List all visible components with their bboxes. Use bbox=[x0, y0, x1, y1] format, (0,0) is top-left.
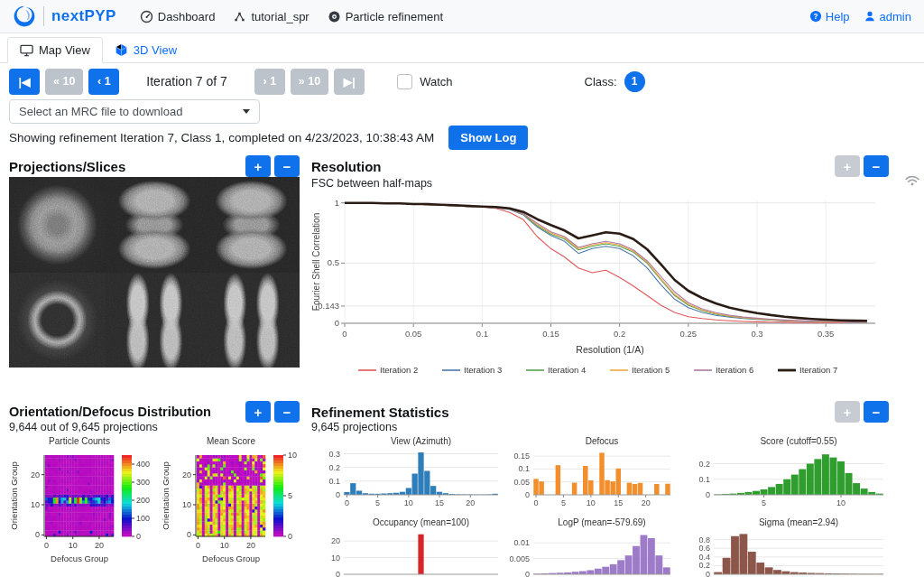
projections-zoom-out-button[interactable]: − bbox=[274, 155, 300, 177]
projections-image bbox=[9, 177, 300, 368]
svg-text:Iteration 4: Iteration 4 bbox=[548, 365, 586, 375]
svg-text:Iteration 3: Iteration 3 bbox=[464, 365, 502, 375]
slice-side-view-1 bbox=[106, 273, 202, 368]
statistics-title: Refinement Statistics bbox=[311, 405, 449, 420]
svg-text:0.25: 0.25 bbox=[680, 329, 698, 339]
statistics-zoom-in-button[interactable]: + bbox=[835, 401, 860, 423]
svg-text:1: 1 bbox=[335, 198, 339, 208]
svg-text:20: 20 bbox=[246, 541, 255, 550]
svg-text:0: 0 bbox=[336, 490, 340, 499]
last-iteration-button[interactable]: ▶| bbox=[334, 69, 365, 95]
svg-text:0: 0 bbox=[335, 318, 339, 328]
logp-histogram: LogP (mean=-579.69)00.0050.01 bbox=[501, 517, 678, 577]
svg-text:20: 20 bbox=[331, 536, 340, 545]
help-link[interactable]: ? Help bbox=[809, 10, 850, 23]
nextpyp-logo-icon bbox=[13, 5, 36, 28]
orientation-zoom-out-button[interactable]: − bbox=[274, 401, 300, 423]
resolution-zoom-in-button[interactable]: + bbox=[835, 155, 860, 177]
mrc-select[interactable]: Select an MRC file to download bbox=[9, 99, 260, 124]
statistics-panel-header: Refinement Statistics + − bbox=[311, 401, 889, 423]
statistics-zoom-out-button[interactable]: − bbox=[864, 401, 889, 423]
fsc-chart: 00.050.10.150.20.250.30.3500.1430.51Four… bbox=[311, 190, 889, 386]
first-iteration-button[interactable]: |◀ bbox=[9, 69, 40, 95]
svg-text:?: ? bbox=[813, 12, 818, 21]
view-azimuth-histogram: View (Azimuth)00.10.20.305101520 bbox=[311, 435, 505, 511]
svg-text:0.15: 0.15 bbox=[513, 451, 530, 461]
svg-text:15: 15 bbox=[614, 498, 623, 507]
svg-text:0.05: 0.05 bbox=[405, 329, 422, 339]
svg-text:10: 10 bbox=[587, 498, 596, 507]
orientation-subtitle: 9,644 out of 9,645 projections bbox=[9, 421, 158, 433]
svg-text:0: 0 bbox=[187, 530, 191, 539]
back-10-button[interactable]: « 10 bbox=[45, 69, 83, 95]
orientation-panel-header: Orientation/Defocus Distribution + − bbox=[9, 401, 300, 423]
svg-text:0.2: 0.2 bbox=[614, 329, 625, 339]
svg-text:0: 0 bbox=[525, 570, 530, 577]
svg-text:Particle Counts: Particle Counts bbox=[49, 436, 110, 446]
breadcrumb-block[interactable]: Particle refinement bbox=[328, 10, 443, 23]
svg-text:0.8: 0.8 bbox=[698, 535, 710, 544]
svg-text:20: 20 bbox=[31, 470, 40, 479]
class-label: Class: bbox=[585, 75, 617, 88]
svg-text:Iteration 5: Iteration 5 bbox=[632, 365, 670, 375]
forward-10-button[interactable]: » 10 bbox=[291, 69, 328, 95]
breadcrumb-project[interactable]: tutorial_spr bbox=[233, 10, 309, 23]
iteration-label: Iteration 7 of 7 bbox=[146, 74, 227, 88]
projections-zoom-in-button[interactable]: + bbox=[245, 155, 271, 177]
svg-text:15: 15 bbox=[435, 498, 444, 507]
svg-text:Fourier Shell Correlation: Fourier Shell Correlation bbox=[311, 213, 321, 311]
chevron-down-icon bbox=[243, 109, 250, 114]
svg-text:Occupancy (mean=100): Occupancy (mean=100) bbox=[373, 517, 469, 527]
statistics-subtitle: 9,645 projections bbox=[311, 421, 397, 433]
svg-text:20: 20 bbox=[182, 470, 191, 479]
svg-text:Resolution (1/A): Resolution (1/A) bbox=[576, 344, 643, 355]
cube-icon bbox=[115, 43, 128, 57]
orientation-zoom-in-button[interactable]: + bbox=[245, 401, 271, 423]
resolution-subtitle: FSC between half-maps bbox=[311, 177, 432, 190]
svg-text:Sigma (mean=2.94): Sigma (mean=2.94) bbox=[759, 517, 838, 527]
svg-text:0.6: 0.6 bbox=[698, 544, 710, 553]
svg-text:0: 0 bbox=[196, 541, 200, 550]
show-log-button[interactable]: Show Log bbox=[448, 126, 528, 150]
svg-text:0.1: 0.1 bbox=[698, 475, 710, 484]
tab-map-view[interactable]: Map View bbox=[7, 37, 103, 63]
view-tabbar: Map View 3D View bbox=[0, 33, 924, 63]
svg-text:Orientation Group: Orientation Group bbox=[161, 461, 171, 530]
svg-text:300: 300 bbox=[136, 478, 150, 487]
status-row: Showing refinement Iteration 7, Class 1,… bbox=[9, 126, 528, 150]
tab-3d-view[interactable]: 3D View bbox=[103, 38, 189, 62]
display-icon bbox=[20, 44, 33, 57]
svg-text:0: 0 bbox=[706, 490, 710, 499]
svg-text:0: 0 bbox=[342, 329, 346, 339]
svg-text:Defocus Group: Defocus Group bbox=[202, 554, 260, 563]
forward-1-button[interactable]: › 1 bbox=[254, 69, 285, 95]
svg-text:Orientation Group: Orientation Group bbox=[9, 461, 19, 530]
svg-text:0.01: 0.01 bbox=[513, 538, 530, 547]
mean-score-heatmap: Mean Score0102001020Defocus GroupOrienta… bbox=[161, 435, 307, 577]
projection-top-view bbox=[9, 177, 106, 273]
svg-text:200: 200 bbox=[136, 496, 150, 505]
svg-text:10: 10 bbox=[404, 498, 413, 507]
svg-text:0.1: 0.1 bbox=[476, 329, 488, 339]
projection-side-view-1 bbox=[106, 177, 202, 273]
svg-text:Iteration 2: Iteration 2 bbox=[380, 365, 418, 375]
svg-text:20: 20 bbox=[642, 498, 651, 507]
svg-text:5: 5 bbox=[375, 498, 380, 507]
class-selector: Class: 1 bbox=[585, 71, 645, 92]
resolution-title: Resolution bbox=[311, 159, 382, 174]
breadcrumb-dashboard[interactable]: Dashboard bbox=[140, 10, 216, 23]
user-link[interactable]: admin bbox=[864, 10, 911, 23]
svg-text:0: 0 bbox=[288, 532, 292, 541]
resolution-zoom-out-button[interactable]: − bbox=[864, 155, 889, 177]
svg-text:0.3: 0.3 bbox=[751, 329, 762, 339]
svg-text:Iteration 6: Iteration 6 bbox=[716, 365, 753, 375]
svg-text:0.2: 0.2 bbox=[698, 460, 710, 469]
mrc-select-value: Select an MRC file to download bbox=[19, 105, 182, 118]
stream-icon[interactable] bbox=[904, 173, 920, 190]
back-1-button[interactable]: ‹ 1 bbox=[88, 69, 119, 95]
svg-text:0: 0 bbox=[345, 498, 349, 507]
watch-checkbox[interactable] bbox=[397, 74, 412, 89]
svg-text:View (Azimuth): View (Azimuth) bbox=[391, 436, 451, 446]
svg-text:0.4: 0.4 bbox=[698, 553, 710, 562]
svg-text:10: 10 bbox=[182, 500, 191, 509]
